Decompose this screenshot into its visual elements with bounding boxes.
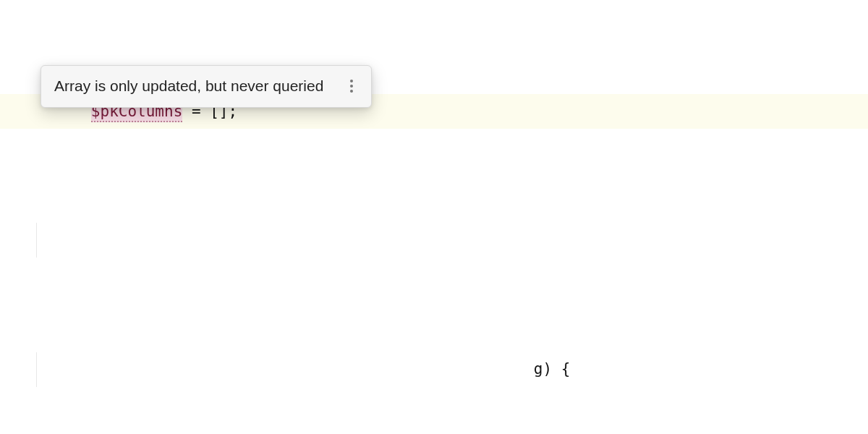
inspection-message: Array is only updated, but never queried — [54, 75, 323, 98]
code-line[interactable]: g) { — [0, 352, 868, 387]
more-actions-icon[interactable] — [344, 76, 359, 96]
inspection-tooltip[interactable]: Array is only updated, but never queried — [41, 65, 372, 108]
code-line[interactable] — [0, 223, 868, 258]
